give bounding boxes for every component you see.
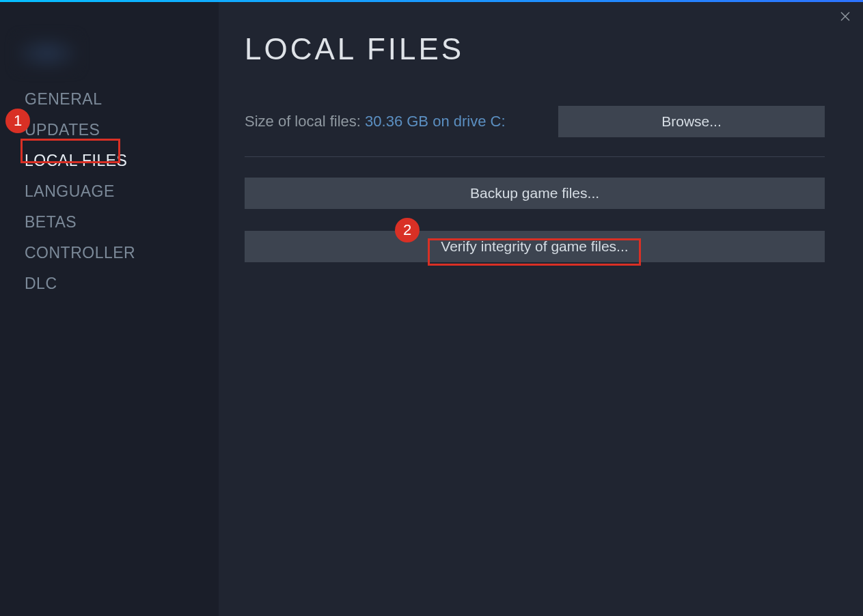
game-logo-placeholder (16, 36, 78, 70)
close-icon (839, 10, 851, 23)
close-button[interactable] (837, 8, 853, 25)
backup-game-files-button[interactable]: Backup game files... (245, 178, 825, 209)
size-value-text: 30.36 GB on drive C: (365, 113, 505, 130)
annotation-badge-2: 2 (395, 218, 420, 242)
browse-button[interactable]: Browse... (558, 106, 825, 137)
sidebar-item-general[interactable]: GENERAL (0, 84, 219, 115)
verify-integrity-button[interactable]: Verify integrity of game files... (245, 231, 825, 262)
page-title: LOCAL FILES (245, 32, 825, 66)
annotation-badge-1: 1 (5, 109, 30, 133)
main-panel: LOCAL FILES Size of local files: 30.36 G… (219, 2, 863, 616)
sidebar-item-updates[interactable]: UPDATES (0, 115, 219, 145)
sidebar-item-betas[interactable]: BETAS (0, 207, 219, 238)
sidebar-item-dlc[interactable]: DLC (0, 268, 219, 299)
sidebar-item-language[interactable]: LANGUAGE (0, 176, 219, 207)
sidebar: GENERAL UPDATES LOCAL FILES LANGUAGE BET… (0, 2, 219, 616)
size-of-files-text: Size of local files: 30.36 GB on drive C… (245, 113, 506, 130)
sidebar-item-local-files[interactable]: LOCAL FILES (0, 145, 219, 176)
divider (245, 156, 825, 157)
sidebar-item-controller[interactable]: CONTROLLER (0, 238, 219, 268)
size-label-text: Size of local files: (245, 113, 365, 130)
